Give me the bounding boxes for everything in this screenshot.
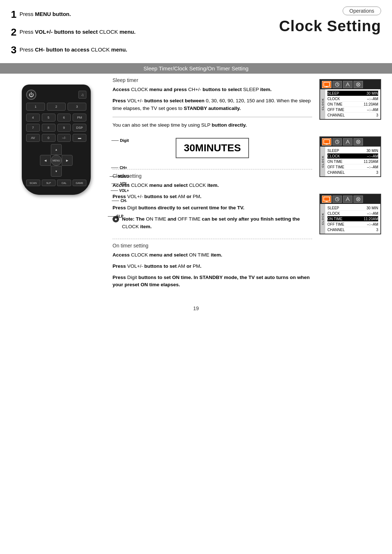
btn-cal[interactable]: CAL [57, 180, 71, 186]
label-vol-minus: VOL- [111, 182, 129, 186]
dpad: ▲ ▼ ◀ ▶ MENU [40, 144, 73, 177]
tv-row-sleep-2: SLEEP 30 MIN [327, 148, 378, 153]
btn-5[interactable]: 5 [42, 114, 56, 122]
screens-col: CLOCK SLEEP 30 MIN CLOCK --:--AM ON TIME [319, 77, 385, 295]
tv-row-clock-2: CLOCK --:--AM [327, 153, 378, 159]
main-content: ⏻ ♫ 1 2 3 4 5 6 PM [0, 74, 392, 298]
btn-slp[interactable]: SLP [42, 180, 56, 186]
num-grid-row4: AV 0 --/- ▬ [26, 134, 86, 142]
tv-row-ontime-2: ON TIME 11:20AM [327, 159, 378, 164]
note-text: Note: The ON TIME and OFF TIME can be se… [122, 216, 312, 231]
tv-icon-4 [354, 81, 363, 88]
btn-dsp[interactable]: DSP [73, 124, 86, 132]
tv-row-offtime-1: OFF TIME --:--AM [327, 107, 378, 112]
svg-line-22 [337, 199, 338, 200]
sleep-text-3: You can also set the sleep time by using… [113, 122, 312, 129]
tv-row-sleep-3: SLEEP 30 MIN [327, 205, 378, 211]
svg-rect-9 [324, 140, 330, 144]
btn-game[interactable]: GAME [73, 180, 87, 186]
tv-screen-2-content: SLEEP 30 MIN CLOCK --:--AM ON TIME 11:20… [325, 147, 380, 176]
step-2-number: 2 [11, 26, 17, 38]
num-grid-row1: 1 2 3 [26, 103, 86, 111]
tv-screen-2: CLOCK SLEEP 30 MIN CLOCK --:--AM ON TIME [319, 136, 381, 177]
btn-7[interactable]: 7 [26, 124, 40, 132]
btn-2[interactable]: 2 [47, 103, 66, 111]
tv-icon-2-1 [322, 138, 331, 145]
remote-area: ⏻ ♫ 1 2 3 4 5 6 PM [7, 77, 105, 295]
tv-row-ontime-1: ON TIME 11:20AM [327, 102, 378, 107]
svg-rect-0 [324, 82, 330, 86]
power-button[interactable]: ⏻ [26, 90, 36, 100]
step-1-text: Press MENU button. [20, 11, 71, 17]
dpad-up-btn[interactable]: ▲ [51, 144, 62, 155]
tv-row-channel-1: CHANNEL 3 [327, 112, 378, 118]
dpad-left-btn[interactable]: ◀ [40, 155, 51, 166]
tv-screen-1-sidebar: CLOCK [320, 89, 325, 119]
on-timer-heading: On timer setting [113, 243, 312, 249]
num-grid-row3: 7 8 9 DSP [26, 124, 86, 132]
step-1: 1 Press MENU button. [11, 7, 279, 23]
sleep-timer-heading: Sleep timer [113, 77, 312, 83]
tv-screen-3: CLOCK SLEEP 30 MIN CLOCK --:--AM ON TIME [319, 194, 381, 234]
tv-screen-2-sidebar: CLOCK [320, 147, 325, 176]
dpad-right-btn[interactable]: ▶ [62, 155, 73, 166]
menu-center-btn[interactable]: MENU [51, 155, 62, 166]
btn-9[interactable]: 9 [57, 124, 71, 132]
dpad-down-btn[interactable]: ▼ [51, 166, 62, 177]
remote-body: ⏻ ♫ 1 2 3 4 5 6 PM [22, 85, 91, 195]
sleep-text-1: Access CLOCK menu and press CH+/- button… [113, 86, 312, 94]
btn-4[interactable]: 4 [26, 114, 40, 122]
btn-pm[interactable]: PM [73, 114, 86, 122]
minutes-display: 30MINUTES [176, 138, 249, 158]
tv-row-ontime-3: ON TIME 11:20AM [327, 216, 378, 222]
clock-setting-heading: Clock setting [113, 173, 312, 179]
tv-row-offtime-3: OFF TIME --:--AM [327, 222, 378, 227]
on-timer-section: On timer setting Access CLOCK menu and s… [113, 243, 312, 289]
on-timer-block-1: Access CLOCK menu and select ON TIME ite… [113, 251, 312, 259]
tv-icon-2 [332, 81, 342, 88]
tv-screen-3-content: SLEEP 30 MIN CLOCK --:--AM ON TIME 11:20… [325, 204, 380, 234]
step-2: 2 Press VOL+/- buttons to select CLOCK m… [11, 24, 279, 41]
remote-wrapper: ⏻ ♫ 1 2 3 4 5 6 PM [18, 85, 94, 195]
clock-block-1: Access CLOCK menu and select CLOCK item. [113, 182, 312, 189]
page-container: 1 Press MENU button. 2 Press VOL+/- butt… [0, 0, 392, 319]
tv-row-sleep-1: SLEEP 30 MIN [327, 91, 378, 96]
tv-screen-3-body: CLOCK SLEEP 30 MIN CLOCK --:--AM ON TIME [320, 204, 380, 234]
on-timer-text-1: Access CLOCK menu and select ON TIME ite… [113, 251, 312, 259]
btn-sub[interactable]: ▬ [73, 134, 86, 142]
operations-badge: Operations [343, 7, 381, 15]
minutes-display-wrapper: 30MINUTES [113, 133, 312, 163]
btn-8[interactable]: 8 [42, 124, 56, 132]
tv-screen-1-header [320, 80, 380, 89]
on-timer-block-2: Press VOL+/- buttons to set AM or PM. [113, 263, 312, 270]
tv-screen-2-body: CLOCK SLEEP 30 MIN CLOCK --:--AM ON TIME [320, 147, 380, 176]
tv-icon-3-1 [322, 196, 331, 203]
btn-3[interactable]: 3 [68, 103, 86, 111]
svg-rect-18 [324, 197, 330, 201]
remote-top: ⏻ ♫ [26, 90, 86, 100]
header: 1 Press MENU button. 2 Press VOL+/- butt… [0, 0, 392, 63]
svg-rect-1 [326, 86, 328, 87]
tv-row-clock-1: CLOCK --:--AM [327, 96, 378, 102]
header-left: 1 Press MENU button. 2 Press VOL+/- butt… [11, 7, 279, 59]
svg-rect-10 [326, 144, 328, 144]
svg-rect-19 [326, 201, 328, 202]
label-slp: SLP [108, 214, 123, 218]
btn-dash[interactable]: --/- [57, 134, 71, 142]
svg-line-13 [337, 142, 338, 143]
tv-row-channel-3: CHANNEL 3 [327, 227, 378, 232]
clock-setting-section: Clock setting Access CLOCK menu and sele… [113, 173, 312, 233]
btn-6[interactable]: 6 [57, 114, 71, 122]
tv-screen-2-header [320, 137, 380, 147]
step-3: 3 Press CH- button to access CLOCK menu. [11, 42, 279, 58]
tv-screen-1-body: CLOCK SLEEP 30 MIN CLOCK --:--AM ON TIME [320, 89, 380, 119]
btn-scan[interactable]: SCAN [26, 180, 40, 186]
btn-0[interactable]: 0 [42, 134, 56, 142]
btn-av[interactable]: AV [26, 134, 40, 142]
header-right: Operations Clock Setting [279, 7, 381, 35]
tv-row-clock-3: CLOCK --:--AM [327, 211, 378, 216]
num-grid-row2: 4 5 6 PM [26, 114, 86, 122]
btn-1[interactable]: 1 [26, 103, 45, 111]
page-title: Clock Setting [279, 17, 381, 35]
instructions-col: Sleep timer Access CLOCK menu and press … [109, 77, 316, 295]
